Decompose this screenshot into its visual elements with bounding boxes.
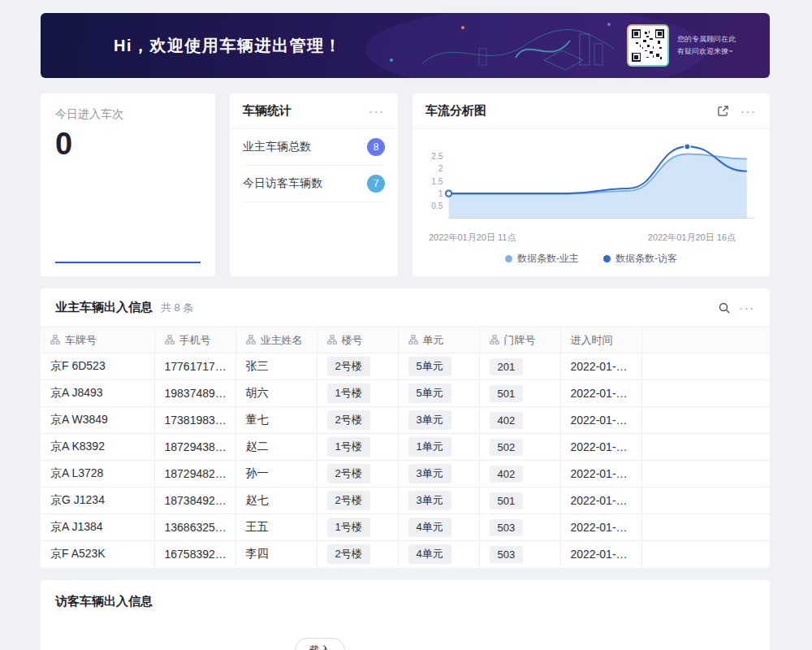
table-cell[interactable]: 张三 — [235, 353, 317, 380]
table-cell[interactable]: 胡六 — [235, 380, 317, 407]
table-row[interactable]: 京A W384917381983…董七2号楼3单元4022022-01-… — [41, 407, 770, 434]
table-cell[interactable]: 501 — [479, 488, 560, 514]
table-cell[interactable]: 2022-01-… — [560, 353, 641, 380]
table-cell[interactable]: 2022-01-… — [560, 434, 641, 461]
table-cell[interactable]: 18729438… — [154, 434, 235, 461]
traffic-chart-title: 车流分析图 — [425, 103, 486, 119]
filler-column — [641, 327, 770, 353]
vehicle-stats-card: 车辆统计 ··· 业主车辆总数 8 今日访客车辆数 7 — [230, 93, 398, 276]
stat-label: 业主车辆总数 — [243, 140, 311, 154]
table-row[interactable]: 京A L372818729482…孙一2号楼3单元4022022-01-… — [41, 461, 770, 488]
table-cell[interactable]: 2022-01-… — [560, 407, 641, 434]
table-cell[interactable]: 京A J1384 — [41, 514, 154, 541]
table-cell[interactable]: 402 — [479, 461, 560, 488]
table-cell[interactable]: 董七 — [235, 407, 317, 434]
column-header[interactable]: 进入时间 — [560, 327, 641, 353]
table-cell[interactable]: 503 — [479, 541, 560, 568]
table-cell[interactable]: 4单元 — [398, 514, 479, 541]
open-in-new-icon[interactable] — [717, 105, 729, 117]
table-cell[interactable]: 503 — [479, 514, 560, 541]
table-cell[interactable]: 3单元 — [398, 407, 479, 434]
dashboard-page: Hi，欢迎使用车辆进出管理！ 您的专属顾问在此 有疑问欢迎来撩~ — [0, 0, 812, 650]
table-cell[interactable]: 2号楼 — [317, 353, 398, 380]
table-cell[interactable]: 1号楼 — [317, 434, 398, 461]
table-cell[interactable]: 赵二 — [235, 434, 317, 461]
table-cell[interactable]: 2号楼 — [317, 541, 398, 568]
visitor-table-title: 访客车辆出入信息 — [55, 594, 755, 609]
table-cell[interactable]: 2号楼 — [317, 407, 398, 434]
table-row[interactable]: 京A J138413686325…王五1号楼4单元5032022-01-… — [41, 514, 770, 541]
table-row[interactable]: 京G J123418738492…赵七2号楼3单元5012022-01-… — [41, 488, 770, 514]
column-header[interactable]: 车牌号 — [41, 327, 154, 353]
table-cell[interactable]: 赵七 — [235, 488, 317, 514]
table-cell[interactable]: 18729482… — [154, 461, 235, 488]
column-label: 门牌号 — [504, 334, 536, 346]
table-cell[interactable]: 201 — [479, 353, 560, 380]
table-cell[interactable]: 18738492… — [154, 488, 235, 514]
load-button[interactable]: 载入 — [295, 638, 345, 650]
table-cell[interactable]: 502 — [479, 434, 560, 461]
table-row[interactable]: 京F 6D52317761717…张三2号楼5单元2012022-01-… — [41, 353, 770, 380]
table-cell[interactable]: 2022-01-… — [560, 461, 641, 488]
tag-pill: 2号楼 — [327, 544, 370, 564]
tag-pill: 3单元 — [408, 464, 451, 483]
table-cell[interactable]: 5单元 — [398, 353, 479, 380]
legend-item-visitor[interactable]: 数据条数-访客 — [603, 252, 677, 266]
table-cell[interactable]: 17381983… — [154, 407, 235, 434]
column-label: 业主姓名 — [261, 334, 303, 346]
column-header[interactable]: 单元 — [398, 327, 479, 353]
table-cell[interactable]: 京A K8392 — [41, 434, 154, 461]
table-cell[interactable]: 李四 — [235, 541, 317, 568]
filler-cell — [641, 488, 770, 514]
table-cell[interactable]: 2号楼 — [317, 461, 398, 488]
more-icon[interactable]: ··· — [741, 106, 757, 117]
table-cell[interactable]: 19837489… — [154, 380, 235, 407]
table-cell[interactable]: 4单元 — [398, 541, 479, 568]
table-cell[interactable]: 13686325… — [154, 514, 235, 541]
table-row[interactable]: 京A J849319837489…胡六1号楼5单元5012022-01-… — [41, 380, 770, 407]
tag-pill: 502 — [490, 439, 524, 456]
table-row[interactable]: 京F A523K16758392…李四2号楼4单元5032022-01-… — [41, 541, 770, 568]
legend-item-owner[interactable]: 数据条数-业主 — [505, 252, 579, 266]
column-header[interactable]: 楼号 — [317, 327, 398, 353]
tag-pill: 501 — [490, 385, 524, 402]
owner-vehicle-table-card: 业主车辆出入信息 共 8 条 ··· 车牌号手机号业主姓名楼号单元门牌号进入时间… — [41, 288, 770, 568]
tag-pill: 1号楼 — [327, 437, 370, 457]
table-row[interactable]: 京A K839218729438…赵二1号楼1单元5022022-01-… — [41, 434, 770, 461]
table-cell[interactable]: 5单元 — [398, 380, 479, 407]
table-cell[interactable]: 孙一 — [235, 461, 317, 488]
table-cell[interactable]: 京F A523K — [41, 541, 154, 568]
table-cell[interactable]: 京A W3849 — [41, 407, 154, 434]
table-cell[interactable]: 402 — [479, 407, 560, 434]
table-cell[interactable]: 京F 6D523 — [41, 353, 154, 380]
table-cell[interactable]: 17761717… — [154, 353, 235, 380]
table-cell[interactable]: 京A L3728 — [41, 461, 154, 488]
x-axis-label-start: 2022年01月20日 11点 — [429, 232, 516, 244]
table-cell[interactable]: 京A J8493 — [41, 380, 154, 407]
table-cell[interactable]: 2022-01-… — [560, 514, 641, 541]
table-cell[interactable]: 王五 — [235, 514, 317, 541]
column-header[interactable]: 业主姓名 — [235, 327, 317, 353]
column-header[interactable]: 门牌号 — [479, 327, 560, 353]
table-cell[interactable]: 2号楼 — [317, 488, 398, 514]
table-cell[interactable]: 1单元 — [398, 434, 479, 461]
more-icon[interactable]: ··· — [369, 106, 385, 117]
filler-cell — [641, 353, 770, 380]
table-cell[interactable]: 3单元 — [398, 488, 479, 514]
column-header[interactable]: 手机号 — [154, 327, 235, 353]
stats-cards-row: 今日进入车次 0 车辆统计 ··· 业主车辆总数 8 今日访客车辆数 7 车流分… — [41, 93, 770, 276]
search-icon[interactable] — [718, 301, 731, 314]
table-cell[interactable]: 501 — [479, 380, 560, 407]
today-entries-accent-line — [55, 262, 201, 263]
lookup-icon — [490, 335, 499, 347]
table-cell[interactable]: 京G J1234 — [41, 488, 154, 514]
stat-label: 今日访客车辆数 — [243, 176, 322, 191]
table-cell[interactable]: 3单元 — [398, 461, 479, 488]
more-icon[interactable]: ··· — [739, 302, 755, 314]
table-cell[interactable]: 16758392… — [154, 541, 235, 568]
table-cell[interactable]: 1号楼 — [317, 380, 398, 407]
table-cell[interactable]: 2022-01-… — [560, 541, 641, 568]
table-cell[interactable]: 1号楼 — [317, 514, 398, 541]
table-cell[interactable]: 2022-01-… — [560, 488, 641, 514]
table-cell[interactable]: 2022-01-… — [560, 380, 641, 407]
